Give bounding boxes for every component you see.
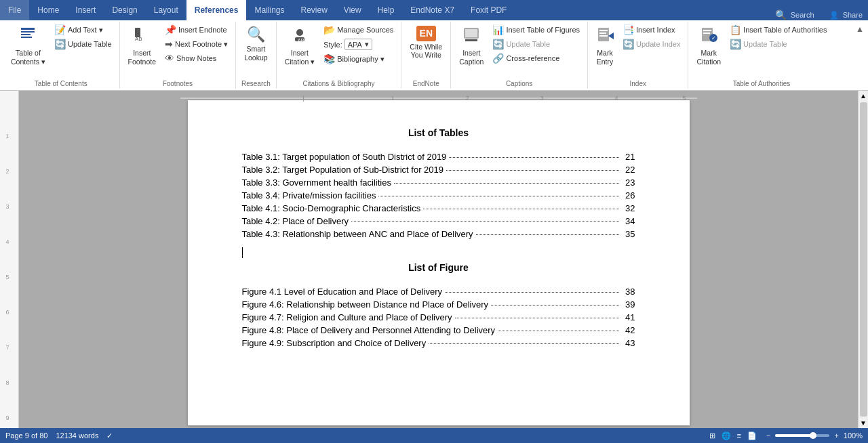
update-table-label: Update Table [68, 40, 112, 48]
list-of-figures-entries: Figure 4.1 Level of Education and Place … [242, 287, 635, 348]
table-row: Table 4.3: Relationship between ANC and … [242, 229, 635, 239]
search-label: Search [791, 11, 814, 19]
zoom-in-button[interactable]: + [832, 431, 840, 440]
tab-file[interactable]: File [0, 0, 29, 20]
svg-rect-18 [703, 30, 711, 31]
tab-home[interactable]: Home [29, 0, 67, 20]
draft-view-button[interactable]: 📄 [745, 431, 759, 441]
tab-endnote[interactable]: EndNote X7 [402, 0, 462, 20]
cross-reference-label: Cross-reference [506, 54, 559, 62]
smart-lookup-icon: 🔍 [247, 26, 265, 43]
update-table-button[interactable]: 🔄 Update Table [51, 37, 115, 51]
tab-foxit[interactable]: Foxit PDF [462, 0, 515, 20]
group-table-of-authorities: ✓ MarkCitation 📋 Insert Table of Authori… [688, 22, 834, 89]
entry-label: Table 4.3: Relationship between ANC and … [242, 229, 473, 239]
insert-endnote-icon: 📌 [165, 24, 176, 35]
insert-index-button[interactable]: 📑 Insert Index [619, 23, 684, 37]
svg-rect-0 [21, 28, 35, 30]
insert-table-authorities-button[interactable]: 📋 Insert Table of Authorities [726, 23, 830, 37]
tab-layout[interactable]: Layout [146, 0, 186, 20]
update-table-fig-icon: 🔄 [492, 39, 504, 49]
table-of-contents-button[interactable]: Table ofContents ▾ [7, 23, 50, 69]
proofing-icon[interactable]: ✓ [106, 431, 113, 440]
zoom-slider[interactable] [775, 434, 829, 437]
toc-label: Table ofContents ▾ [11, 49, 45, 66]
show-notes-icon: 👁 [165, 53, 174, 64]
entry-dots [476, 234, 619, 235]
cite-while-you-write-button[interactable]: EN Cite WhileYou Write [406, 23, 446, 62]
group-captions: InsertCaption 📊 Insert Table of Figures … [451, 22, 588, 89]
insert-table-of-figures-button[interactable]: 📊 Insert Table of Figures [489, 23, 583, 37]
update-index-button[interactable]: 🔄 Update Index [619, 37, 684, 51]
next-footnote-label: Next Footnote ▾ [175, 40, 228, 49]
insert-caption-button[interactable]: InsertCaption [455, 23, 488, 69]
svg-rect-1 [21, 31, 35, 33]
svg-text:✓: ✓ [711, 35, 716, 41]
mark-citation-button[interactable]: ✓ MarkCitation [692, 23, 725, 69]
show-notes-button[interactable]: 👁 Show Notes [161, 51, 231, 65]
manage-sources-button[interactable]: 📂 Manage Sources [320, 23, 397, 37]
figure-label: Figure 4.8: Place of Delivery and Person… [242, 325, 496, 335]
style-select[interactable]: APA ▾ [344, 39, 372, 50]
endnote-icon: EN [416, 26, 436, 41]
tab-review[interactable]: Review [293, 0, 336, 20]
entry-dots [378, 196, 618, 196]
svg-text:AB: AB [135, 36, 142, 42]
cross-reference-button[interactable]: 🔗 Cross-reference [489, 51, 583, 65]
scroll-up-button[interactable]: ▲ [859, 91, 868, 101]
next-footnote-button[interactable]: ➡ Next Footnote ▾ [161, 37, 231, 51]
entry-dots [446, 170, 619, 171]
bibliography-icon: 📚 [323, 54, 335, 64]
scroll-thumb[interactable] [860, 102, 867, 417]
ribbon-collapse-button[interactable]: ▲ [854, 22, 865, 89]
next-footnote-icon: ➡ [165, 39, 173, 49]
entry-page: 32 [622, 203, 635, 213]
svg-point-6 [296, 29, 303, 36]
smart-lookup-button[interactable]: 🔍 SmartLookup [240, 23, 271, 65]
tab-design[interactable]: Design [104, 0, 145, 20]
group-index: MarkEntry 📑 Insert Index 🔄 Update Index … [588, 22, 688, 89]
update-table-auth-label: Update Table [743, 40, 787, 48]
tab-mailings[interactable]: Mailings [246, 0, 292, 20]
insert-footnote-button[interactable]: AB InsertFootnote [124, 23, 160, 69]
group-endnote-label: EndNote [413, 80, 439, 87]
cite-while-you-write-label: Cite WhileYou Write [410, 43, 442, 60]
style-dropdown[interactable]: Style: APA ▾ [320, 37, 397, 51]
scroll-down-button[interactable]: ▼ [859, 418, 868, 428]
outline-view-button[interactable]: ≡ [735, 431, 743, 440]
web-layout-button[interactable]: 🌐 [719, 431, 733, 441]
entry-dots [394, 183, 619, 184]
smart-lookup-label: SmartLookup [244, 45, 267, 62]
tab-help[interactable]: Help [370, 0, 403, 20]
group-research: 🔍 SmartLookup Research [236, 22, 276, 89]
update-index-label: Update Index [636, 40, 680, 48]
add-text-icon: 📝 [54, 24, 66, 35]
share-button[interactable]: Share [843, 11, 863, 19]
entry-dots [351, 222, 618, 222]
figure-row: Figure 4.6: Relationship between Distanc… [242, 299, 635, 310]
group-footnotes-label: Footnotes [163, 80, 193, 87]
tab-references[interactable]: References [186, 0, 247, 20]
update-table-fig-label: Update Table [506, 40, 550, 48]
bibliography-button[interactable]: 📚 Bibliography ▾ [320, 52, 397, 66]
tab-insert[interactable]: Insert [67, 0, 104, 20]
vertical-scrollbar[interactable]: ▲ ▼ [858, 91, 868, 428]
document-canvas: | 1 2 3 4 5 List of Tables Table 3.1: Ta… [19, 91, 858, 428]
figure-dots [498, 331, 618, 331]
insert-table-auth-icon: 📋 [730, 24, 741, 35]
tab-view[interactable]: View [336, 0, 370, 20]
svg-rect-13 [599, 30, 608, 31]
svg-rect-19 [703, 33, 710, 34]
mark-entry-button[interactable]: MarkEntry [592, 23, 618, 69]
insert-citation-button[interactable]: AB InsertCitation ▾ [281, 23, 319, 69]
update-table-fig-button[interactable]: 🔄 Update Table [489, 37, 583, 51]
zoom-out-button[interactable]: − [764, 431, 772, 440]
print-layout-button[interactable]: ⊞ [707, 431, 717, 441]
update-table-auth-button[interactable]: 🔄 Update Table [726, 37, 830, 51]
insert-endnote-button[interactable]: 📌 Insert Endnote [161, 23, 231, 37]
svg-rect-11 [465, 39, 477, 41]
zoom-controls: − + 100% [764, 431, 863, 440]
entry-label: Table 3.2: Target Population of Sub-Dist… [242, 165, 444, 175]
group-research-label: Research [241, 80, 271, 87]
add-text-button[interactable]: 📝 Add Text ▾ [51, 23, 115, 37]
